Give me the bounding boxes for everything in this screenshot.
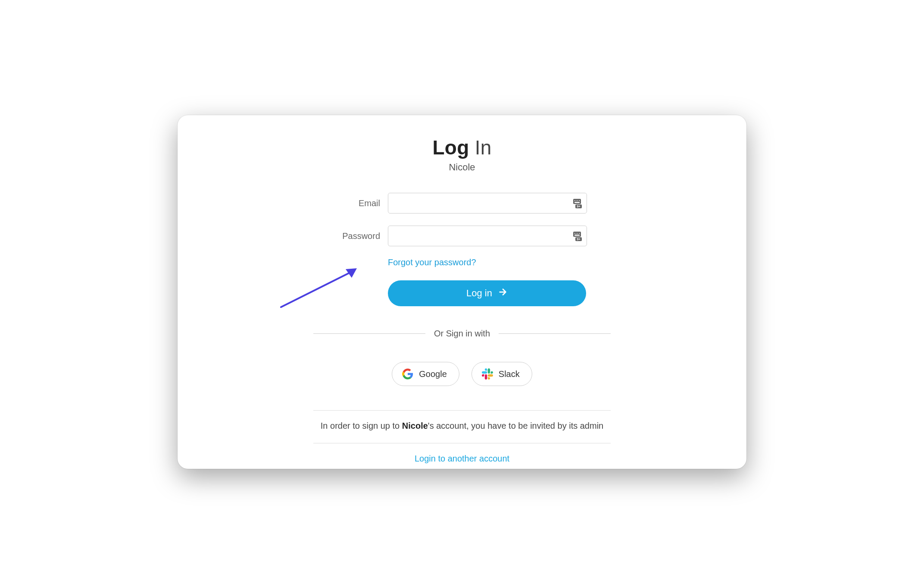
svg-rect-11 bbox=[574, 235, 580, 235]
divider-text: Or Sign in with bbox=[434, 329, 490, 339]
login-button[interactable]: Log in bbox=[388, 280, 586, 306]
login-another-account-link[interactable]: Login to another account bbox=[415, 454, 509, 464]
password-input-wrap: 9+ bbox=[388, 226, 587, 246]
login-card: Log In Nicole Email 9 bbox=[178, 115, 746, 469]
sso-row: Google Slack bbox=[392, 362, 532, 386]
invite-account-name: Nicole bbox=[402, 421, 428, 430]
svg-point-2 bbox=[577, 200, 578, 201]
svg-point-10 bbox=[579, 233, 580, 234]
email-input-wrap: 9+ bbox=[388, 193, 587, 214]
arrow-right-icon bbox=[498, 287, 508, 299]
email-label: Email bbox=[337, 198, 380, 208]
invite-suffix: 's account, you have to be invited by it… bbox=[428, 421, 603, 430]
slack-sso-button[interactable]: Slack bbox=[471, 362, 532, 386]
password-field[interactable] bbox=[388, 226, 587, 246]
separator-2 bbox=[313, 443, 611, 443]
divider-line-right bbox=[499, 333, 611, 334]
svg-rect-7 bbox=[573, 232, 581, 237]
svg-text:9+: 9+ bbox=[577, 238, 581, 241]
password-manager-icon[interactable]: 9+ bbox=[571, 230, 583, 242]
forgot-password-link[interactable]: Forgot your password? bbox=[388, 257, 476, 267]
slack-sso-label: Slack bbox=[499, 369, 520, 379]
svg-point-3 bbox=[579, 200, 580, 201]
invite-text: In order to sign up to Nicole's account,… bbox=[313, 421, 611, 431]
password-manager-icon[interactable]: 9+ bbox=[571, 198, 583, 209]
title-light: In bbox=[469, 136, 492, 159]
password-row: Password 9+ bbox=[337, 226, 587, 246]
svg-text:9+: 9+ bbox=[577, 205, 581, 208]
page-title: Log In bbox=[432, 136, 491, 159]
email-row: Email 9+ bbox=[337, 193, 587, 214]
slack-icon bbox=[481, 368, 493, 380]
svg-point-9 bbox=[577, 233, 578, 234]
divider-line-left bbox=[313, 333, 425, 334]
google-sso-button[interactable]: Google bbox=[392, 362, 459, 386]
forgot-row: Forgot your password? bbox=[388, 257, 587, 267]
login-inner: Log In Nicole Email 9 bbox=[178, 136, 746, 464]
sso-divider: Or Sign in with bbox=[313, 329, 611, 339]
title-bold: Log bbox=[432, 136, 469, 159]
google-sso-label: Google bbox=[419, 369, 447, 379]
password-label: Password bbox=[337, 231, 380, 241]
invite-prefix: In order to sign up to bbox=[321, 421, 402, 430]
login-form: Email 9+ bbox=[337, 193, 587, 306]
svg-point-1 bbox=[574, 200, 575, 201]
svg-rect-0 bbox=[573, 199, 581, 204]
svg-rect-4 bbox=[574, 202, 580, 203]
google-icon bbox=[402, 368, 414, 380]
separator-1 bbox=[313, 410, 611, 411]
svg-point-8 bbox=[574, 233, 575, 234]
email-field[interactable] bbox=[388, 193, 587, 214]
login-button-label: Log in bbox=[466, 288, 492, 299]
account-name: Nicole bbox=[449, 162, 475, 173]
